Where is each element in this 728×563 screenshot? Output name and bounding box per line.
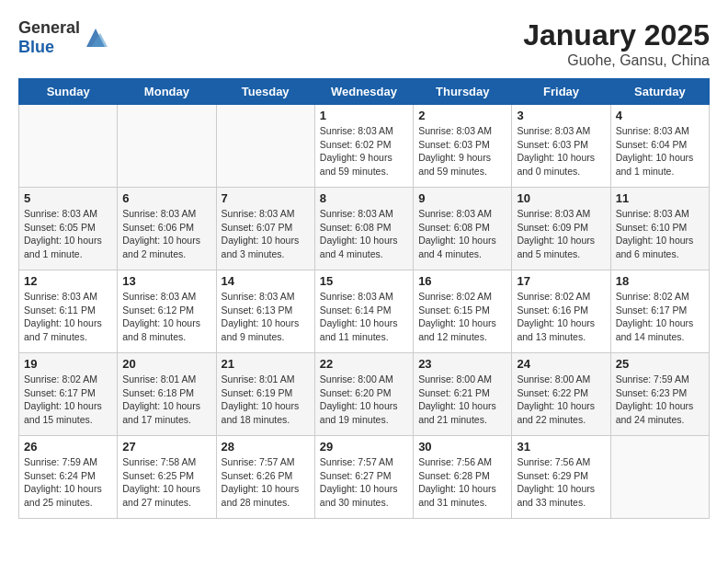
- day-info: Sunrise: 8:02 AM Sunset: 6:17 PM Dayligh…: [24, 373, 112, 427]
- calendar-cell: 25Sunrise: 7:59 AM Sunset: 6:23 PM Dayli…: [610, 353, 709, 436]
- day-number: 23: [418, 357, 506, 371]
- day-info: Sunrise: 8:03 AM Sunset: 6:09 PM Dayligh…: [517, 207, 605, 261]
- day-number: 22: [320, 357, 408, 371]
- calendar-cell: 2Sunrise: 8:03 AM Sunset: 6:03 PM Daylig…: [414, 105, 512, 188]
- day-info: Sunrise: 7:56 AM Sunset: 6:29 PM Dayligh…: [517, 455, 605, 510]
- calendar-cell: 18Sunrise: 8:02 AM Sunset: 6:17 PM Dayli…: [610, 270, 709, 353]
- day-number: 7: [222, 191, 310, 205]
- day-number: 9: [418, 191, 506, 205]
- calendar-cell: [610, 436, 709, 519]
- calendar-cell: 10Sunrise: 8:03 AM Sunset: 6:09 PM Dayli…: [512, 188, 610, 270]
- day-of-week-thursday: Thursday: [414, 79, 512, 105]
- calendar-cell: 24Sunrise: 8:00 AM Sunset: 6:22 PM Dayli…: [512, 353, 610, 436]
- calendar-cell: 9Sunrise: 8:03 AM Sunset: 6:08 PM Daylig…: [414, 188, 512, 270]
- day-info: Sunrise: 8:03 AM Sunset: 6:02 PM Dayligh…: [320, 124, 408, 178]
- calendar-title: January 2025: [523, 18, 710, 52]
- calendar-cell: 11Sunrise: 8:03 AM Sunset: 6:10 PM Dayli…: [610, 188, 709, 270]
- calendar-cell: 22Sunrise: 8:00 AM Sunset: 6:20 PM Dayli…: [314, 353, 413, 436]
- day-number: 30: [418, 440, 506, 454]
- day-number: 10: [517, 191, 605, 205]
- day-number: 25: [616, 357, 704, 371]
- calendar-cell: 3Sunrise: 8:03 AM Sunset: 6:03 PM Daylig…: [512, 105, 610, 188]
- day-number: 18: [616, 274, 704, 288]
- calendar-cell: 19Sunrise: 8:02 AM Sunset: 6:17 PM Dayli…: [19, 353, 118, 436]
- day-number: 21: [222, 357, 310, 371]
- day-number: 24: [517, 357, 605, 371]
- day-number: 20: [122, 357, 210, 371]
- day-info: Sunrise: 8:03 AM Sunset: 6:08 PM Dayligh…: [320, 207, 408, 261]
- day-info: Sunrise: 8:01 AM Sunset: 6:18 PM Dayligh…: [122, 373, 210, 427]
- day-info: Sunrise: 8:00 AM Sunset: 6:22 PM Dayligh…: [517, 373, 605, 427]
- day-of-week-tuesday: Tuesday: [216, 79, 314, 105]
- day-info: Sunrise: 8:03 AM Sunset: 6:10 PM Dayligh…: [616, 207, 704, 261]
- calendar-cell: 31Sunrise: 7:56 AM Sunset: 6:29 PM Dayli…: [512, 436, 610, 519]
- day-info: Sunrise: 8:03 AM Sunset: 6:07 PM Dayligh…: [222, 207, 310, 261]
- day-info: Sunrise: 8:03 AM Sunset: 6:14 PM Dayligh…: [320, 290, 408, 344]
- day-info: Sunrise: 8:02 AM Sunset: 6:17 PM Dayligh…: [616, 290, 704, 344]
- calendar-cell: 26Sunrise: 7:59 AM Sunset: 6:24 PM Dayli…: [19, 436, 118, 519]
- calendar-cell: 6Sunrise: 8:03 AM Sunset: 6:06 PM Daylig…: [118, 188, 216, 270]
- day-number: 31: [517, 440, 605, 454]
- calendar-cell: [216, 105, 314, 188]
- day-info: Sunrise: 7:57 AM Sunset: 6:26 PM Dayligh…: [222, 455, 310, 510]
- day-of-week-saturday: Saturday: [610, 79, 709, 105]
- calendar-cell: 7Sunrise: 8:03 AM Sunset: 6:07 PM Daylig…: [216, 188, 314, 270]
- day-info: Sunrise: 8:03 AM Sunset: 6:03 PM Dayligh…: [517, 124, 605, 178]
- logo-icon: [82, 24, 109, 52]
- day-number: 16: [418, 274, 506, 288]
- calendar-header: SundayMondayTuesdayWednesdayThursdayFrid…: [19, 79, 710, 105]
- day-of-week-monday: Monday: [118, 79, 216, 105]
- calendar-cell: 16Sunrise: 8:02 AM Sunset: 6:15 PM Dayli…: [414, 270, 512, 353]
- day-number: 17: [517, 274, 605, 288]
- calendar-cell: 20Sunrise: 8:01 AM Sunset: 6:18 PM Dayli…: [118, 353, 216, 436]
- day-number: 11: [616, 191, 704, 205]
- day-info: Sunrise: 8:03 AM Sunset: 6:08 PM Dayligh…: [418, 207, 506, 261]
- logo-blue: Blue: [18, 38, 54, 56]
- calendar-table: SundayMondayTuesdayWednesdayThursdayFrid…: [18, 78, 710, 519]
- calendar-cell: 1Sunrise: 8:03 AM Sunset: 6:02 PM Daylig…: [314, 105, 413, 188]
- day-number: 29: [320, 440, 408, 454]
- title-block: January 2025 Guohe, Gansu, China: [523, 18, 710, 69]
- calendar-cell: 8Sunrise: 8:03 AM Sunset: 6:08 PM Daylig…: [314, 188, 413, 270]
- day-info: Sunrise: 8:02 AM Sunset: 6:16 PM Dayligh…: [517, 290, 605, 344]
- calendar-subtitle: Guohe, Gansu, China: [523, 52, 710, 69]
- day-info: Sunrise: 7:59 AM Sunset: 6:24 PM Dayligh…: [24, 455, 112, 510]
- day-info: Sunrise: 8:03 AM Sunset: 6:12 PM Dayligh…: [122, 290, 210, 344]
- day-info: Sunrise: 7:56 AM Sunset: 6:28 PM Dayligh…: [418, 455, 506, 510]
- day-number: 8: [320, 191, 408, 205]
- week-row-4: 19Sunrise: 8:02 AM Sunset: 6:17 PM Dayli…: [19, 353, 710, 436]
- day-number: 12: [24, 274, 112, 288]
- logo: General Blue: [18, 18, 109, 57]
- calendar-cell: 23Sunrise: 8:00 AM Sunset: 6:21 PM Dayli…: [414, 353, 512, 436]
- day-number: 6: [122, 191, 210, 205]
- calendar-cell: 14Sunrise: 8:03 AM Sunset: 6:13 PM Dayli…: [216, 270, 314, 353]
- day-of-week-sunday: Sunday: [19, 79, 118, 105]
- day-number: 28: [222, 440, 310, 454]
- calendar-cell: 13Sunrise: 8:03 AM Sunset: 6:12 PM Dayli…: [118, 270, 216, 353]
- calendar-cell: 17Sunrise: 8:02 AM Sunset: 6:16 PM Dayli…: [512, 270, 610, 353]
- week-row-1: 1Sunrise: 8:03 AM Sunset: 6:02 PM Daylig…: [19, 105, 710, 188]
- day-info: Sunrise: 8:03 AM Sunset: 6:13 PM Dayligh…: [222, 290, 310, 344]
- day-number: 13: [122, 274, 210, 288]
- day-number: 5: [24, 191, 112, 205]
- day-info: Sunrise: 8:00 AM Sunset: 6:21 PM Dayligh…: [418, 373, 506, 427]
- calendar-cell: 5Sunrise: 8:03 AM Sunset: 6:05 PM Daylig…: [19, 188, 118, 270]
- day-info: Sunrise: 8:03 AM Sunset: 6:06 PM Dayligh…: [122, 207, 210, 261]
- day-info: Sunrise: 7:57 AM Sunset: 6:27 PM Dayligh…: [320, 455, 408, 510]
- day-info: Sunrise: 8:03 AM Sunset: 6:05 PM Dayligh…: [24, 207, 112, 261]
- day-number: 3: [517, 109, 605, 122]
- day-number: 26: [24, 440, 112, 454]
- calendar-cell: 30Sunrise: 7:56 AM Sunset: 6:28 PM Dayli…: [414, 436, 512, 519]
- day-number: 19: [24, 357, 112, 371]
- day-number: 14: [222, 274, 310, 288]
- day-number: 4: [616, 109, 704, 122]
- day-number: 27: [122, 440, 210, 454]
- day-of-week-friday: Friday: [512, 79, 610, 105]
- logo-general: General: [18, 18, 80, 37]
- days-of-week-row: SundayMondayTuesdayWednesdayThursdayFrid…: [19, 79, 710, 105]
- day-info: Sunrise: 8:03 AM Sunset: 6:03 PM Dayligh…: [418, 124, 506, 178]
- day-info: Sunrise: 8:03 AM Sunset: 6:11 PM Dayligh…: [24, 290, 112, 344]
- logo-text: General Blue: [18, 18, 80, 57]
- day-number: 15: [320, 274, 408, 288]
- day-number: 2: [418, 109, 506, 122]
